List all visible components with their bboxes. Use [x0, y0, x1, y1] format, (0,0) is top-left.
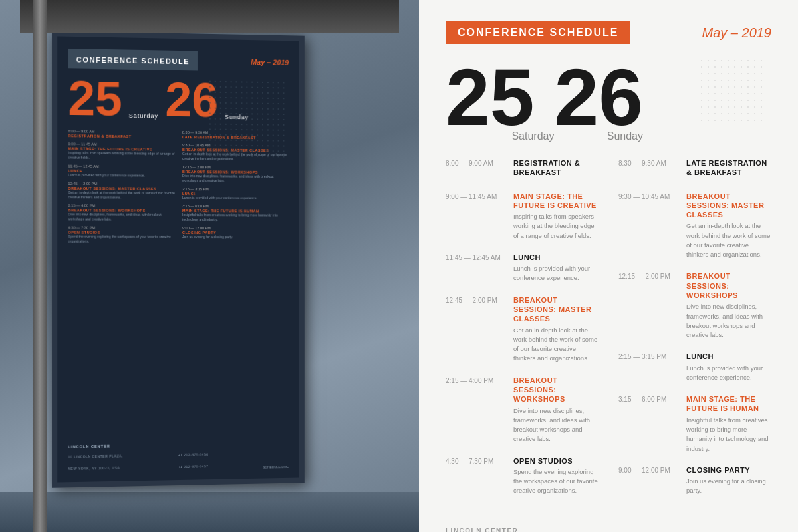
schedule-item: 11:45 — 12:45 AM LUNCH Lunch is provided… [446, 253, 598, 283]
poster-schedule-item: 12:15 — 2:00 PM BREAKOUT SESSIONS: WORKS… [182, 165, 289, 184]
right-date: May – 2019 [702, 25, 771, 41]
schedule-time: 4:30 — 7:30 PM [446, 456, 505, 496]
schedule-content: BREAKOUT SESSIONS: MASTER CLASSES Get an… [513, 295, 598, 364]
event-title: LUNCH [513, 253, 598, 262]
schedule-time: 12:45 — 2:00 PM [446, 295, 505, 364]
schedule-time: 9:00 — 11:45 AM [446, 192, 505, 241]
schedule-time: 2:15 — 4:00 PM [446, 376, 505, 444]
poster-phones: +1 212-875-5456 +1 212-875-5457 [178, 446, 209, 471]
schedule-item: 8:00 — 9:00 AM REGISTRATION & BREAKFAST [446, 158, 598, 180]
event-title: MAIN STAGE: THE FUTURE IS CREATIVE [513, 192, 598, 211]
day-number-25: 25 [446, 57, 534, 137]
event-desc: Lunch is provided with your conference e… [513, 264, 598, 283]
event-title: LATE REGISTRATION & BREAKFAST [686, 158, 771, 178]
event-desc: Dive into new disciplines, frameworks, a… [686, 302, 771, 340]
event-title: BREAKOUT SESSIONS: WORKSHOPS [686, 271, 771, 300]
poster-venue-name: LINCOLN CENTER 10 LINCOLN CENTER PLAZA, … [68, 444, 122, 471]
event-title: MAIN STAGE: THE FUTURE IS HUMAN [686, 394, 771, 414]
poster-schedule-item: 2:15 — 4:00 PM BREAKOUT SESSIONS: WORKSH… [68, 203, 177, 222]
poster-day2-label: Sunday [225, 114, 249, 120]
day-block-saturday: 25 Saturday [446, 57, 554, 142]
schedule-item: 3:15 — 6:00 PM MAIN STAGE: THE FUTURE IS… [618, 394, 771, 454]
event-title: BREAKOUT SESSIONS: MASTER CLASSES [686, 192, 771, 220]
schedule-content: BREAKOUT SESSIONS: MASTER CLASSES Get an… [686, 192, 771, 260]
schedule-col-saturday: 8:00 — 9:00 AM REGISTRATION & BREAKFAST … [446, 158, 598, 508]
schedule-grid: 8:00 — 9:00 AM REGISTRATION & BREAKFAST … [446, 158, 771, 508]
right-footer: LINCOLN CENTER 10 LINCOLN CENTER PLAZA, … [446, 519, 771, 532]
poster-schedule-item: 12:45 — 2:00 PM BREAKOUT SESSIONS: MASTE… [68, 182, 177, 200]
event-title: LUNCH [686, 352, 771, 361]
schedule-time: 8:00 — 9:00 AM [446, 158, 505, 180]
poster-schedule-item: 4:30 — 7:30 PM OPEN STUDIOS Spend the ev… [68, 226, 177, 244]
poster-schedule-item: 8:00 — 9:00 AM REGISTRATION & BREAKFAST [68, 129, 177, 139]
poster-schedule-item: 11:45 — 12:45 AM LUNCH Lunch is provided… [68, 164, 177, 178]
footer-venue-name: LINCOLN CENTER [446, 527, 529, 532]
schedule-col-sunday: 8:30 — 9:30 AM LATE REGISTRATION & BREAK… [618, 158, 771, 508]
schedule-content: LUNCH Lunch is provided with your confer… [686, 352, 771, 382]
schedule-content: BREAKOUT SESSIONS: WORKSHOPS Dive into n… [686, 271, 771, 340]
event-title: BREAKOUT SESSIONS: MASTER CLASSES [513, 295, 598, 324]
poster-title: CONFERENCE SCHEDULE [76, 55, 190, 65]
poster-schedule-item: 9:00 — 12:00 PM CLOSING PARTY Join us ev… [182, 226, 289, 239]
schedule-item: 4:30 — 7:30 PM OPEN STUDIOS Spend the ev… [446, 456, 598, 496]
schedule-item: 2:15 — 3:15 PM LUNCH Lunch is provided w… [618, 352, 771, 382]
schedule-item: 2:15 — 4:00 PM BREAKOUT SESSIONS: WORKSH… [446, 376, 598, 444]
event-desc: Insightful talks from creatives working … [686, 416, 771, 454]
poster-header: CONFERENCE SCHEDULE May – 2019 [68, 49, 289, 72]
poster-schedule-item: 3:15 — 6:00 PM MAIN STAGE: THE FUTURE IS… [182, 204, 289, 223]
event-desc: Get an in-depth look at the work behind … [686, 221, 771, 259]
day-name-saturday: Saturday [511, 130, 554, 142]
poster-date: May – 2019 [251, 58, 289, 66]
right-header: CONFERENCE SCHEDULE May – 2019 [446, 21, 771, 44]
event-desc: Join us evening for a closing party. [686, 477, 771, 496]
schedule-content: LUNCH Lunch is provided with your confer… [513, 253, 598, 283]
schedule-content: BREAKOUT SESSIONS: WORKSHOPS Dive into n… [513, 376, 598, 444]
schedule-time: 9:00 — 12:00 PM [618, 466, 678, 496]
schedule-time: 12:15 — 2:00 PM [618, 271, 678, 340]
schedule-time: 11:45 — 12:45 AM [446, 253, 505, 283]
event-desc: Dive into new disciplines, frameworks, a… [513, 406, 598, 444]
right-days-row: 25 Saturday 26 Sunday [446, 57, 771, 142]
poster-col-saturday: 8:00 — 9:00 AM REGISTRATION & BREAKFAST … [68, 129, 177, 244]
schedule-item: 12:45 — 2:00 PM BREAKOUT SESSIONS: MASTE… [446, 295, 598, 364]
poster: CONFERENCE SCHEDULE May – 2019 25 Saturd… [57, 36, 299, 482]
right-title-box: CONFERENCE SCHEDULE [446, 21, 630, 44]
event-title: CLOSING PARTY [686, 466, 771, 475]
schedule-time: 2:15 — 3:15 PM [618, 352, 678, 382]
day-name-sunday: Sunday [607, 130, 643, 142]
right-title: CONFERENCE SCHEDULE [458, 27, 618, 38]
poster-title-box: CONFERENCE SCHEDULE [68, 49, 198, 71]
schedule-content: OPEN STUDIOS Spend the evening exploring… [513, 456, 598, 496]
ground [0, 492, 419, 532]
schedule-item: 9:00 — 12:00 PM CLOSING PARTY Join us ev… [618, 466, 771, 496]
event-desc: Lunch is provided with your conference e… [686, 364, 771, 383]
footer-venue: LINCOLN CENTER 10 LINCOLN CENTER PLAZA, … [446, 527, 529, 532]
poster-day2-num: 26 [165, 76, 218, 124]
event-desc: Spend the evening exploring the workspac… [513, 467, 598, 496]
poster-col-sunday: 8:30 — 9:30 AM LATE REGISTRATION & BREAK… [182, 130, 289, 244]
schedule-item: 12:15 — 2:00 PM BREAKOUT SESSIONS: WORKS… [618, 271, 771, 340]
schedule-content: MAIN STAGE: THE FUTURE IS CREATIVE Inspi… [513, 192, 598, 241]
day-block-sunday: 26 Sunday [554, 57, 642, 142]
schedule-content: LATE REGISTRATION & BREAKFAST [686, 158, 771, 180]
poster-footer: LINCOLN CENTER 10 LINCOLN CENTER PLAZA, … [68, 441, 289, 473]
poster-phone1: +1 212-875-5456 [178, 452, 209, 457]
event-desc: Get an in-depth look at the work behind … [513, 326, 598, 364]
event-title: REGISTRATION & BREAKFAST [513, 158, 598, 178]
poster-url: SCHEDULE.ORG [263, 465, 289, 469]
event-title: BREAKOUT SESSIONS: WORKSHOPS [513, 376, 598, 404]
poster-schedule-item: 9:00 — 11:45 AM MAIN STAGE: THE FUTURE I… [68, 142, 177, 161]
right-panel: CONFERENCE SCHEDULE May – 2019 25 Saturd… [419, 0, 798, 532]
left-panel: CONFERENCE SCHEDULE May – 2019 25 Saturd… [0, 0, 419, 532]
schedule-time: 8:30 — 9:30 AM [618, 158, 678, 180]
poster-schedule-item: 2:15 — 3:15 PM LUNCH Lunch is provided w… [182, 187, 289, 201]
poster-days: 25 Saturday 26 Sunday [68, 74, 289, 125]
schedule-item: 9:00 — 11:45 AM MAIN STAGE: THE FUTURE I… [446, 192, 598, 241]
poster-schedule-item: 8:30 — 9:30 AM LATE REGISTRATION & BREAK… [182, 130, 289, 140]
schedule-time: 9:30 — 10:45 AM [618, 192, 678, 260]
schedule-item: 9:30 — 10:45 AM BREAKOUT SESSIONS: MASTE… [618, 192, 771, 260]
poster-phone2: +1 212-875-5457 [178, 464, 209, 469]
poster-day1-label: Saturday [129, 112, 158, 120]
event-title: OPEN STUDIOS [513, 456, 598, 466]
poster-day1-num: 25 [68, 74, 122, 123]
